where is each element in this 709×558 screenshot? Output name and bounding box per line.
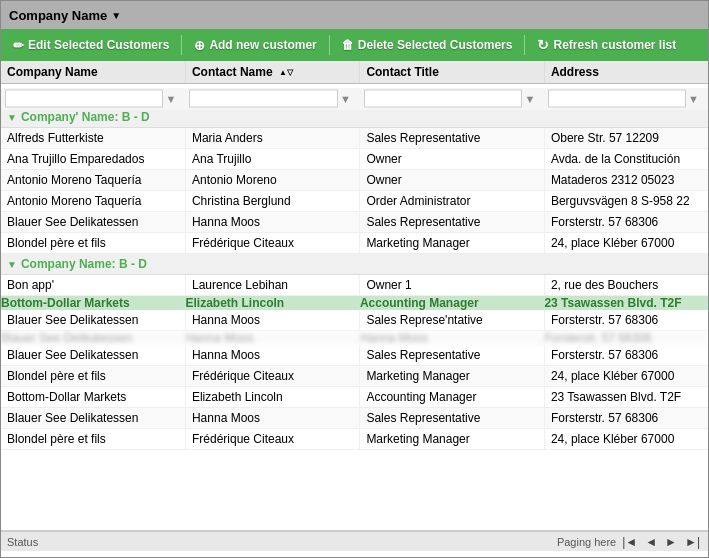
table-row[interactable]: Antonio Moreno TaqueríaChristina Berglun…	[1, 191, 708, 212]
group-chevron: ▼	[7, 112, 17, 123]
table-row[interactable]: Blauer See DelikatessenHanna MoosHanna M…	[1, 331, 708, 346]
filter-address-icon[interactable]: ▼	[688, 93, 699, 105]
table-row[interactable]: Blondel père et filsFrédérique CiteauxMa…	[1, 366, 708, 387]
cell-company: Bottom-Dollar Markets	[1, 387, 185, 408]
cell-contact: Maria Anders	[185, 128, 359, 149]
cell-company: Blauer See Delikatessen	[1, 212, 185, 233]
cell-address: Forsterstr. 57 68306	[544, 408, 708, 429]
cell-address: Forsterstr. 57 68306	[544, 310, 708, 331]
cell-company: Antonio Moreno Taquería	[1, 170, 185, 191]
table-row[interactable]: Bottom-Dollar MarketsElizabeth LincolnAc…	[1, 296, 708, 311]
cell-company: Ana Trujillo Emparedados	[1, 149, 185, 170]
status-label: Status	[7, 536, 38, 548]
separator-1	[181, 35, 182, 55]
separator-2	[329, 35, 330, 55]
cell-title: Marketing Manager	[360, 233, 545, 254]
filter-title-input[interactable]	[364, 90, 523, 108]
sort-icons-contact: ▲▽	[279, 69, 293, 77]
cell-title: Order Administrator	[360, 191, 545, 212]
paging-prev-button[interactable]: ◄	[643, 535, 659, 549]
col-header-title[interactable]: Contact Title	[360, 61, 545, 84]
cell-address: Forsterstr. 57 68306	[544, 345, 708, 366]
title-chevron[interactable]: ▼	[111, 10, 121, 21]
table-row[interactable]: Blauer See DelikatessenHanna MoosSales R…	[1, 408, 708, 429]
cell-company: Blondel père et fils	[1, 233, 185, 254]
cell-company: Blauer See Delikatessen	[1, 310, 185, 331]
title-label: Company Name	[9, 8, 107, 23]
delete-icon	[342, 38, 354, 52]
cell-address: Mataderos 2312 05023	[544, 170, 708, 191]
cell-title: Sales Representative	[360, 345, 545, 366]
cell-title: Hanna Moos	[360, 331, 545, 346]
cell-title: Owner 1	[360, 275, 545, 296]
table-row[interactable]: Blauer See DelikatessenHanna MoosSales R…	[1, 212, 708, 233]
cell-address: Avda. de la Constitución	[544, 149, 708, 170]
cell-title: Owner	[360, 170, 545, 191]
cell-contact: Antonio Moreno	[185, 170, 359, 191]
cell-contact: Hanna Moos	[185, 212, 359, 233]
filter-title-icon[interactable]: ▼	[524, 93, 535, 105]
cell-contact: Elizabeth Lincoln	[185, 296, 359, 311]
cell-address: 24, place Kléber 67000	[544, 429, 708, 450]
cell-company: Antonio Moreno Taquería	[1, 191, 185, 212]
column-header-row: Company Name Contact Name ▲▽ Contact Tit…	[1, 61, 708, 84]
refresh-button[interactable]: Refresh customer list	[529, 34, 684, 56]
paging-first-button[interactable]: |◄	[620, 535, 639, 549]
table-body: ▼Company' Name: B - DAlfreds Futterkiste…	[1, 107, 708, 450]
cell-title: Sales Representative	[360, 408, 545, 429]
cell-title: Marketing Manager	[360, 366, 545, 387]
cell-address: 24, place Kléber 67000	[544, 366, 708, 387]
cell-title: Sales Represe'ntative	[360, 310, 545, 331]
col-header-contact[interactable]: Contact Name ▲▽	[185, 61, 359, 84]
paging-next-button[interactable]: ►	[663, 535, 679, 549]
group-header-row[interactable]: ▼Company Name: B - D	[1, 254, 708, 275]
filter-row: ▼ ▼ ▼	[1, 84, 708, 107]
cell-company: Alfreds Futterkiste	[1, 128, 185, 149]
cell-company: Blauer See Delikatessen	[1, 408, 185, 429]
filter-contact-icon[interactable]: ▼	[340, 93, 351, 105]
cell-address: Obere Str. 57 12209	[544, 128, 708, 149]
cell-address: Forsterstr. 57 68306	[544, 212, 708, 233]
table-row[interactable]: Blondel père et filsFrédérique CiteauxMa…	[1, 429, 708, 450]
cell-address: 24, place Kléber 67000	[544, 233, 708, 254]
group-chevron: ▼	[7, 259, 17, 270]
filter-company-input[interactable]	[5, 90, 163, 108]
add-customer-button[interactable]: Add new customer	[186, 35, 324, 56]
cell-title: Sales Representative	[360, 128, 545, 149]
plus-icon	[194, 38, 205, 53]
cell-contact: Laurence Lebihan	[185, 275, 359, 296]
col-header-company[interactable]: Company Name	[1, 61, 185, 84]
cell-title: Owner	[360, 149, 545, 170]
cell-contact: Christina Berglund	[185, 191, 359, 212]
paging-last-button[interactable]: ►|	[683, 535, 702, 549]
cell-company: Blondel père et fils	[1, 429, 185, 450]
table-row[interactable]: Blauer See DelikatessenHanna MoosSales R…	[1, 345, 708, 366]
table-row[interactable]: Blondel père et filsFrédérique CiteauxMa…	[1, 233, 708, 254]
filter-contact-input[interactable]	[189, 90, 337, 108]
table-row[interactable]: Bon app'Laurence LebihanOwner 12, rue de…	[1, 275, 708, 296]
cell-address: 23 Tsawassen Blvd. T2F	[544, 296, 708, 311]
table-container: Company Name Contact Name ▲▽ Contact Tit…	[1, 61, 708, 531]
filter-address-input[interactable]	[548, 90, 686, 108]
refresh-label: Refresh customer list	[553, 38, 676, 52]
toolbar: Edit Selected Customers Add new customer…	[1, 29, 708, 61]
edit-selected-button[interactable]: Edit Selected Customers	[5, 35, 177, 56]
col-header-address[interactable]: Address	[544, 61, 708, 84]
group-header-cell: ▼Company Name: B - D	[1, 254, 708, 275]
cell-title: Accounting Manager	[360, 296, 545, 311]
cell-address: 23 Tsawassen Blvd. T2F	[544, 387, 708, 408]
cell-contact: Hanna Moos	[185, 331, 359, 346]
title-bar: Company Name ▼	[1, 1, 708, 29]
filter-company-icon[interactable]: ▼	[165, 93, 176, 105]
pencil-icon	[13, 38, 24, 53]
table-row[interactable]: Ana Trujillo EmparedadosAna TrujilloOwne…	[1, 149, 708, 170]
cell-company: Blondel père et fils	[1, 366, 185, 387]
table-row[interactable]: Blauer See DelikatessenHanna MoosSales R…	[1, 310, 708, 331]
table-row[interactable]: Alfreds FutterkisteMaria AndersSales Rep…	[1, 128, 708, 149]
cell-company: Blauer See Delikatessen	[1, 345, 185, 366]
delete-selected-button[interactable]: Delete Selected Customers	[334, 35, 521, 55]
table-row[interactable]: Antonio Moreno TaqueríaAntonio MorenoOwn…	[1, 170, 708, 191]
table-row[interactable]: Bottom-Dollar MarketsElizabeth LincolnAc…	[1, 387, 708, 408]
cell-title: Accounting Manager	[360, 387, 545, 408]
cell-company: Blauer See Delikatessen	[1, 331, 185, 346]
